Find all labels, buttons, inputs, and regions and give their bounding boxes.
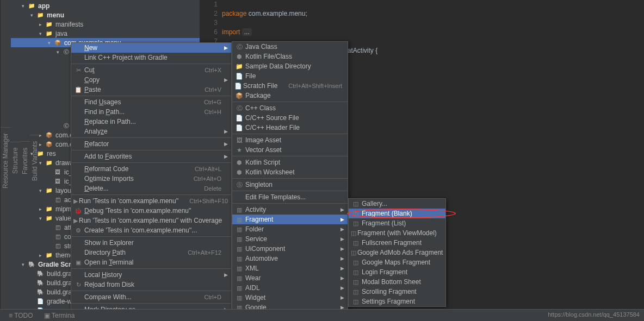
menu-label: Cut (83, 66, 194, 74)
menu-icon: ⬢ (234, 53, 244, 60)
expand-icon[interactable]: ▾ (39, 160, 45, 166)
expand-icon[interactable]: ▾ (39, 188, 45, 193)
menu-item[interactable]: 📄C/C++ Source File (232, 113, 348, 123)
expand-icon[interactable]: ▸ (39, 133, 45, 138)
menu-item[interactable]: 📄Scratch FileCtrl+Alt+Shift+Insert (232, 81, 348, 91)
menu-item[interactable]: ◫Fullscreen Fragment (349, 238, 445, 248)
menu-item[interactable]: ▥Wear▶ (232, 273, 348, 283)
menu-item[interactable]: ▣Open in Terminal (71, 257, 231, 267)
menu-icon: 📄 (234, 124, 244, 131)
menu-item[interactable]: 📁Sample Data Directory (232, 61, 348, 71)
menu-item[interactable]: Show in Explorer (71, 238, 231, 248)
menu-item[interactable]: Copy▶ (71, 75, 231, 85)
menu-item[interactable]: ◫Fragment (List) (349, 218, 445, 228)
menu-item[interactable]: ▥Automotive▶ (232, 254, 348, 263)
expand-icon[interactable]: ▾ (48, 40, 53, 46)
menu-item[interactable]: ◫Modal Bottom Sheet (349, 277, 445, 287)
menu-item[interactable]: 🖼Image Asset (232, 135, 348, 145)
menu-item[interactable]: Delete...Delete (71, 184, 231, 193)
menu-item[interactable]: ▥Widget▶ (232, 293, 348, 303)
expand-icon[interactable]: ▸ (39, 142, 45, 147)
menu-item[interactable]: Replace in Path... (71, 117, 231, 127)
menu-item[interactable]: ⓈSingleton (232, 180, 348, 190)
menu-item[interactable]: ⒸC++ Class (232, 103, 348, 113)
menu-item[interactable]: ◫Settings Fragment (349, 297, 445, 306)
expand-icon[interactable]: ▾ (30, 12, 36, 18)
menu-item[interactable]: ◫Gallery... (349, 199, 445, 209)
expand-icon[interactable]: ▾ (39, 216, 45, 221)
menu-item[interactable]: ⬢Kotlin File/Class (232, 52, 348, 61)
menu-item[interactable]: ⬢Kotlin Worksheet (232, 167, 348, 177)
menu-item[interactable]: ◫Scrolling Fragment (349, 287, 445, 297)
context-menu[interactable]: New▶Link C++ Project with Gradle✂CutCtrl… (71, 42, 232, 321)
expand-icon[interactable]: ▸ (39, 22, 45, 27)
menu-item[interactable]: ▥AIDL▶ (232, 283, 348, 293)
rail-tab-resource[interactable]: Resource Manager (1, 127, 10, 194)
menu-item[interactable]: Find in Path...Ctrl+H (71, 107, 231, 117)
menu-item[interactable]: Find UsagesCtrl+G (71, 97, 231, 107)
menu-item[interactable]: ✂CutCtrl+X (71, 65, 231, 75)
todo-tab[interactable]: ≡ TODO (3, 312, 39, 319)
terminal-tab[interactable]: ▣ Termina (39, 312, 81, 319)
menu-label: Fragment (Blank) (361, 210, 436, 217)
menu-item[interactable]: ▥UiComponent▶ (232, 244, 348, 254)
menu-item[interactable]: Link C++ Project with Gradle (71, 53, 231, 62)
expand-icon[interactable]: ▾ (22, 3, 27, 9)
rail-tab-structure[interactable]: Structure (10, 142, 20, 180)
menu-label: Link C++ Project with Gradle (83, 54, 221, 61)
menu-item[interactable]: Optimize ImportsCtrl+Alt+O (71, 174, 231, 184)
menu-icon: ◫ (351, 249, 356, 256)
menu-label: Find in Path... (83, 108, 194, 116)
menu-item[interactable]: ▶Run 'Tests in 'com.example.menu'' with … (71, 216, 231, 225)
menu-label: Modal Bottom Sheet (361, 278, 436, 286)
menu-item[interactable]: 📋PasteCtrl+V (71, 85, 231, 95)
menu-item[interactable]: ◫Login Fragment (349, 267, 445, 277)
expand-icon[interactable]: ▾ (57, 49, 62, 55)
expand-icon[interactable]: ▾ (22, 262, 27, 267)
menu-item[interactable]: Compare With...Ctrl+D (71, 292, 231, 302)
menu-item[interactable]: 🐞Debug 'Tests in 'com.example.menu'' (71, 206, 231, 216)
menu-icon: 📋 (73, 86, 83, 93)
menu-item[interactable]: ▥XML▶ (232, 263, 348, 273)
menu-item[interactable]: ◫Google AdMob Ads Fragment (349, 248, 445, 257)
menu-item[interactable]: ▥Service▶ (232, 234, 348, 244)
rail-tab-favorites[interactable]: Favorites (20, 141, 30, 179)
menu-item[interactable]: ⬢Kotlin Script (232, 158, 348, 167)
menu-item[interactable]: ▥Fragment▶ (232, 215, 348, 224)
menu-item[interactable]: Refactor▶ (71, 139, 231, 149)
tree-node[interactable]: ▾📁java (11, 29, 200, 38)
menu-item[interactable]: 📦Package (232, 91, 348, 100)
menu-item[interactable]: ⒸJava Class (232, 42, 348, 52)
menu-item[interactable]: ▶Run 'Tests in 'com.example.menu''Ctrl+S… (71, 196, 231, 206)
menu-item[interactable]: Edit File Templates... (232, 192, 348, 202)
menu-item[interactable]: 📄File (232, 71, 348, 81)
menu-icon: ◫ (351, 259, 361, 266)
tree-node[interactable]: ▸📁manifests (11, 20, 200, 29)
menu-label: File (244, 72, 338, 80)
menu-label: Kotlin Script (244, 159, 338, 166)
menu-item[interactable]: New▶ (71, 43, 231, 53)
expand-icon[interactable]: ▾ (39, 31, 45, 36)
menu-item[interactable]: ★Vector Asset (232, 145, 348, 155)
expand-icon[interactable]: ▸ (39, 253, 45, 258)
new-submenu[interactable]: ⒸJava Class⬢Kotlin File/Class📁Sample Dat… (232, 41, 348, 321)
menu-item[interactable]: ⚙Create 'Tests in 'com.example.menu''... (71, 225, 231, 235)
menu-item[interactable]: ◫Fragment (Blank) (349, 209, 445, 218)
fragment-submenu[interactable]: ◫Gallery...◫Fragment (Blank)◫Fragment (L… (348, 198, 446, 307)
menu-item[interactable]: 📄C/C++ Header File (232, 123, 348, 133)
menu-item[interactable]: Analyze▶ (71, 127, 231, 136)
menu-item[interactable]: ↻Reload from Disk (71, 280, 231, 289)
menu-item[interactable]: ◫Google Maps Fragment (349, 257, 445, 267)
menu-item[interactable]: Add to Favorites▶ (71, 152, 231, 161)
folded-imports[interactable]: ... (242, 28, 252, 36)
menu-item[interactable]: ▥Activity▶ (232, 205, 348, 215)
menu-item[interactable]: Local History▶ (71, 270, 231, 280)
menu-item[interactable]: Reformat CodeCtrl+Alt+L (71, 164, 231, 174)
expand-icon[interactable]: ▸ (39, 206, 45, 212)
tree-node[interactable]: ▾📁menu (11, 10, 200, 20)
tree-node[interactable]: ▾📁app (11, 1, 200, 10)
menu-item[interactable]: ◫Fragment (with ViewModel) (349, 228, 445, 238)
rail-tab-build[interactable]: Build Variants (30, 135, 40, 186)
menu-item[interactable]: ▥Folder▶ (232, 224, 348, 234)
menu-item[interactable]: Directory PathCtrl+Alt+F12 (71, 248, 231, 257)
